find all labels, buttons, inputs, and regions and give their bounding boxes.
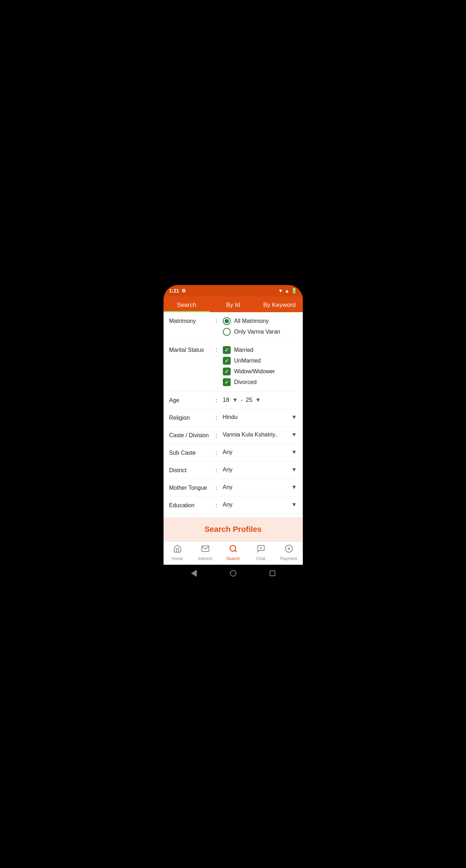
- marital-status-label: Marital Status: [169, 346, 216, 353]
- district-arrow: ▼: [291, 467, 297, 473]
- checkbox-married-box[interactable]: [223, 346, 231, 354]
- checkbox-widow-box[interactable]: [223, 368, 231, 375]
- religion-row: Religion : Hindu ▼: [164, 409, 303, 426]
- caste-arrow: ▼: [291, 431, 297, 438]
- age-row: Age : 18 ▼ - 25 ▼: [164, 391, 303, 409]
- sub-caste-row: Sub Caste : Any ▼: [164, 444, 303, 462]
- home-button[interactable]: [229, 569, 237, 578]
- age-label: Age: [169, 396, 216, 404]
- district-row: District : Any ▼: [164, 462, 303, 479]
- matrimony-options: All Matrimony Only Varma Varan: [223, 317, 297, 336]
- age-min-dropdown[interactable]: 18 ▼: [223, 396, 238, 404]
- age-max-dropdown[interactable]: 25 ▼: [246, 396, 261, 404]
- mother-tongue-value: Any ▼: [223, 484, 297, 490]
- caste-row: Caste / Division : Vannia Kula Kshatriy.…: [164, 426, 303, 444]
- caste-dropdown[interactable]: Vannia Kula Kshatriy.. ▼: [223, 431, 297, 438]
- nav-chat[interactable]: Chat: [247, 544, 275, 561]
- mother-tongue-dropdown[interactable]: Any ▼: [223, 484, 297, 490]
- chat-icon: [257, 544, 265, 555]
- education-value: Any ▼: [223, 502, 297, 508]
- religion-dropdown[interactable]: Hindu ▼: [223, 414, 297, 420]
- search-form: Matrimony : All Matrimony Only Varma Var…: [164, 312, 303, 517]
- radio-all-matrimony[interactable]: All Matrimony: [223, 317, 297, 325]
- tab-by-keyword[interactable]: By Keyword: [256, 296, 303, 312]
- content-area: Matrimony : All Matrimony Only Varma Var…: [164, 312, 303, 541]
- nav-home[interactable]: Home: [164, 544, 191, 561]
- religion-label: Religion: [169, 414, 216, 421]
- education-label: Education: [169, 502, 216, 509]
- checkbox-unmarried-box[interactable]: [223, 357, 231, 365]
- sub-caste-value: Any ▼: [223, 449, 297, 455]
- checkbox-unmarried[interactable]: UnMarried: [223, 357, 297, 365]
- religion-arrow: ▼: [291, 414, 297, 420]
- top-tabs: Search By Id By Keyword: [164, 296, 303, 312]
- checkbox-married[interactable]: Married: [223, 346, 297, 354]
- system-nav: [164, 565, 303, 583]
- sub-caste-arrow: ▼: [291, 449, 297, 455]
- religion-value: Hindu ▼: [223, 414, 297, 420]
- search-icon: [229, 544, 237, 555]
- radio-only-varma-circle[interactable]: [223, 328, 231, 336]
- education-arrow: ▼: [291, 502, 297, 508]
- time-display: 1:21: [169, 288, 179, 294]
- phone-frame: 1:21 ⚙ ▼ ▲ 🔋 Search By Id By Keyword Mat…: [164, 285, 303, 583]
- education-row: Education : Any ▼: [164, 497, 303, 514]
- district-dropdown[interactable]: Any ▼: [223, 467, 297, 473]
- signal-icon: ▲: [285, 288, 290, 294]
- matrimony-label: Matrimony: [169, 317, 216, 324]
- bottom-nav: Home Interest Search: [164, 541, 303, 565]
- home-icon: [173, 544, 182, 555]
- district-value: Any ▼: [223, 467, 297, 473]
- caste-value: Vannia Kula Kshatriy.. ▼: [223, 431, 297, 438]
- wifi-icon: ▼: [278, 288, 283, 294]
- checkbox-widow[interactable]: Widow/Widower: [223, 368, 297, 375]
- svg-point-0: [230, 545, 236, 551]
- age-max-arrow: ▼: [255, 397, 261, 403]
- matrimony-row: Matrimony : All Matrimony Only Varma Var…: [164, 312, 303, 341]
- mother-tongue-label: Mother Tongue: [169, 484, 216, 491]
- status-bar: 1:21 ⚙ ▼ ▲ 🔋: [164, 285, 303, 296]
- mother-tongue-row: Mother Tongue : Any ▼: [164, 479, 303, 497]
- age-value: 18 ▼ - 25 ▼: [223, 396, 297, 404]
- recents-button[interactable]: [268, 569, 277, 578]
- nav-payment[interactable]: Payment: [275, 544, 303, 561]
- payment-icon: [285, 544, 293, 555]
- district-label: District: [169, 467, 216, 474]
- caste-label: Caste / Division: [169, 431, 216, 439]
- checkbox-divorced[interactable]: Divorced: [223, 378, 297, 386]
- svg-line-1: [235, 550, 236, 552]
- tab-by-id[interactable]: By Id: [210, 296, 256, 312]
- sub-caste-label: Sub Caste: [169, 449, 216, 456]
- sub-caste-dropdown[interactable]: Any ▼: [223, 449, 297, 455]
- education-dropdown[interactable]: Any ▼: [223, 502, 297, 508]
- search-profiles-button[interactable]: Search Profiles: [164, 518, 303, 541]
- interest-icon: [201, 544, 210, 555]
- gear-icon: ⚙: [181, 288, 186, 294]
- battery-icon: 🔋: [291, 288, 297, 294]
- nav-search[interactable]: Search: [219, 544, 247, 561]
- tab-search[interactable]: Search: [164, 296, 210, 312]
- radio-only-varma[interactable]: Only Varma Varan: [223, 328, 297, 336]
- marital-status-row: Marital Status : Married UnMarried Widow…: [164, 341, 303, 391]
- mother-tongue-arrow: ▼: [291, 484, 297, 490]
- age-min-arrow: ▼: [232, 397, 238, 403]
- radio-all-matrimony-circle[interactable]: [223, 317, 231, 325]
- marital-status-options: Married UnMarried Widow/Widower Divorced: [223, 346, 297, 386]
- nav-interest[interactable]: Interest: [191, 544, 219, 561]
- checkbox-divorced-box[interactable]: [223, 378, 231, 386]
- back-button[interactable]: [190, 569, 198, 578]
